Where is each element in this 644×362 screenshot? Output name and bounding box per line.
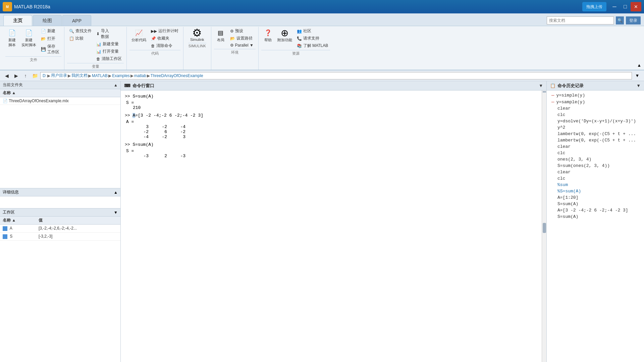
workspace-header: 工作区 ▼	[0, 208, 120, 217]
history-item-18[interactable]: A=[3 -2 -4;-2 6 -2;-4 -2 3]	[547, 207, 644, 214]
add-features-button[interactable]: ⊕ 附加功能	[275, 27, 294, 43]
back-button[interactable]: ◀	[3, 72, 11, 80]
cmd-header-expand[interactable]: ▼	[539, 83, 543, 88]
addr-part-6[interactable]: matlab	[134, 73, 146, 78]
parallel-button[interactable]: ⚙ Parallel ▼	[228, 42, 256, 48]
workspace-expand[interactable]: ▼	[114, 210, 118, 215]
up-button[interactable]: ↑	[21, 72, 30, 80]
search-input[interactable]	[547, 16, 614, 24]
addr-end-button[interactable]: ▼	[633, 72, 641, 80]
history-item-13[interactable]: clc	[547, 175, 644, 182]
addr-part-7[interactable]: ThreeDArrayOfOnesExample	[151, 73, 203, 78]
addr-part-3[interactable]: 我的文档	[71, 73, 88, 78]
history-item-8[interactable]: clear	[547, 143, 644, 150]
support-button[interactable]: 📞 请求支持	[295, 35, 330, 42]
ws-var-s: S	[10, 234, 12, 239]
baidu-upload-button[interactable]: 拖拽上传	[582, 2, 606, 11]
community-button[interactable]: 👥 社区	[295, 27, 330, 35]
open-icon: 📂	[41, 37, 46, 41]
save-button[interactable]: 💾 保存工作区	[39, 43, 61, 56]
history-item-11[interactable]: S=sum(ones(2, 3, 4))	[547, 163, 644, 169]
tab-plot[interactable]: 绘图	[33, 15, 62, 26]
set-path-button[interactable]: 📂 设置路径	[228, 35, 256, 42]
history-item-15[interactable]: %S=sum(A)	[547, 188, 644, 194]
details-expand[interactable]: ▲	[114, 190, 118, 195]
folder-icon: 📁	[31, 72, 39, 80]
history-item-16[interactable]: A=[1:20]	[547, 194, 644, 201]
minimize-button[interactable]: ─	[609, 2, 620, 11]
run-parallel-button[interactable]: ▶▶ 运行并计时	[149, 27, 180, 35]
history-item-7[interactable]: lambertw(0, exp(-(C5 + t + ...	[547, 137, 644, 143]
history-item-9[interactable]: clc	[547, 150, 644, 156]
history-item-12[interactable]: clear	[547, 169, 644, 175]
scroll-up-arrow[interactable]	[543, 91, 546, 93]
new-var-button[interactable]: 📊 新建变量	[94, 41, 124, 48]
search-button[interactable]: 🔍	[616, 16, 624, 24]
history-expand[interactable]: ▼	[636, 83, 641, 88]
addr-part-2[interactable]: 用户目录	[51, 73, 67, 78]
title-bar: M MATLAB R2018a 拖拽上传 ─ □ ✕	[0, 0, 644, 13]
learn-button[interactable]: 📚 了解 MATLAB	[295, 42, 330, 49]
compare-button[interactable]: 📋 比较	[67, 35, 94, 42]
workspace-row-a[interactable]: A [3,-2,-4;-2,6,-2;-4,-2...	[0, 225, 120, 233]
login-button[interactable]: 登录	[626, 16, 641, 24]
file-row[interactable]: 📄 ThreeDArrayOfOnesExample.mlx	[0, 97, 120, 105]
ws-col-name[interactable]: 名称 ▲	[0, 217, 36, 225]
tab-home[interactable]: 主页	[3, 15, 32, 26]
addr-part-1[interactable]: D:	[43, 73, 47, 78]
workspace-row-s[interactable]: S [-3,2,-3]	[0, 232, 120, 240]
history-item-4[interactable]: y=dsolve('Dy=(x-y+1)/(x+y-3)')	[547, 118, 644, 124]
collect-button[interactable]: 📌 收藏夹	[149, 35, 180, 42]
history-item-3[interactable]: clc	[547, 112, 644, 118]
details-header: 详细信息 ▲	[0, 188, 120, 196]
open-var-button[interactable]: 📊 打开变量	[94, 48, 124, 55]
cmd-text-2: A=[3 -2 -4;-2 6 -2;-4 -2 3]	[132, 113, 203, 118]
history-item-1[interactable]: —y=sample(y)	[547, 99, 644, 105]
analyze-code-button[interactable]: 📈 分析代码	[129, 27, 148, 43]
forward-button[interactable]: ▶	[12, 72, 20, 80]
output-val-1: 210	[126, 105, 538, 110]
addr-part-4[interactable]: MATLAB	[92, 73, 108, 78]
open-button[interactable]: 📂 打开	[39, 35, 61, 42]
clear-workspace-button[interactable]: 🗑 清除工作区	[94, 55, 124, 62]
history-item-14[interactable]: %sum	[547, 182, 644, 188]
new-button[interactable]: 📄 新建	[39, 27, 61, 35]
help-button[interactable]: ❓ 帮助	[261, 27, 275, 43]
history-item-19[interactable]: S=sum(A)	[547, 214, 644, 220]
new-script-button[interactable]: 📄 新建脚本	[5, 27, 19, 48]
addr-part-5[interactable]: Examples	[112, 73, 130, 78]
file-panel-expand[interactable]: ▲	[114, 83, 118, 87]
history-item-17[interactable]: S=sum(A)	[547, 201, 644, 207]
find-file-button[interactable]: 🔍 查找文件	[67, 27, 94, 35]
search-area: 🔍 登录	[547, 16, 641, 26]
ws-var-a: A	[10, 226, 12, 231]
history-item-2[interactable]: clear	[547, 105, 644, 112]
history-item-6[interactable]: lambertw(0, exp(-(C5 + t + ...	[547, 131, 644, 137]
new-live-icon: 📄	[24, 28, 34, 38]
history-item-10[interactable]: ones(2, 3, 4)	[547, 156, 644, 163]
file-col-name[interactable]: 名称 ▲	[0, 89, 120, 97]
close-button[interactable]: ✕	[631, 2, 641, 11]
cmd-content[interactable]: >> S=sum(A) S = 210 >> A=[3 -2 -4;-2 6 -…	[121, 90, 542, 362]
cmd-scrollbar[interactable]	[542, 90, 546, 362]
new-live-button[interactable]: 📄 新建实时脚本	[19, 27, 38, 48]
set-path-icon: 📂	[230, 36, 235, 41]
ws-col-value[interactable]: 值	[36, 217, 120, 225]
tab-app[interactable]: APP	[62, 15, 91, 26]
simulink-group-label: SIMULINK	[188, 43, 206, 48]
history-panel: 📋 命令历史记录 ▼ —y=simple(y)—y=sample(y)clear…	[547, 81, 644, 362]
ribbon-collapse[interactable]: ▲	[637, 27, 641, 70]
ribbon-group-env: ▤ 布局 ⚙ 预设 📂 设置路径 ⚙ Parallel ▼	[211, 27, 259, 70]
layout-button[interactable]: ▤ 布局	[214, 27, 227, 43]
history-item-5[interactable]: y^2	[547, 124, 644, 131]
toolbar: ◀ ▶ ↑ 📁 D: ▶ 用户目录 ▶ 我的文档 ▶ MATLAB ▶ Exam…	[0, 70, 644, 81]
preferences-button[interactable]: ⚙ 预设	[228, 27, 256, 35]
maximize-button[interactable]: □	[620, 2, 631, 11]
simulink-button[interactable]: ⚙ Simulink	[188, 27, 206, 42]
clear-commands-button[interactable]: 🗑 清除命令	[149, 42, 180, 49]
ws-icon-s	[3, 234, 7, 239]
ribbon-group-code: 📈 分析代码 ▶▶ 运行并计时 📌 收藏夹 🗑 清除命令	[127, 27, 183, 70]
history-item-0[interactable]: —y=simple(y)	[547, 92, 644, 99]
scroll-thumb[interactable]	[543, 223, 546, 233]
import-button[interactable]: ⬇ 导入数据	[94, 27, 124, 40]
